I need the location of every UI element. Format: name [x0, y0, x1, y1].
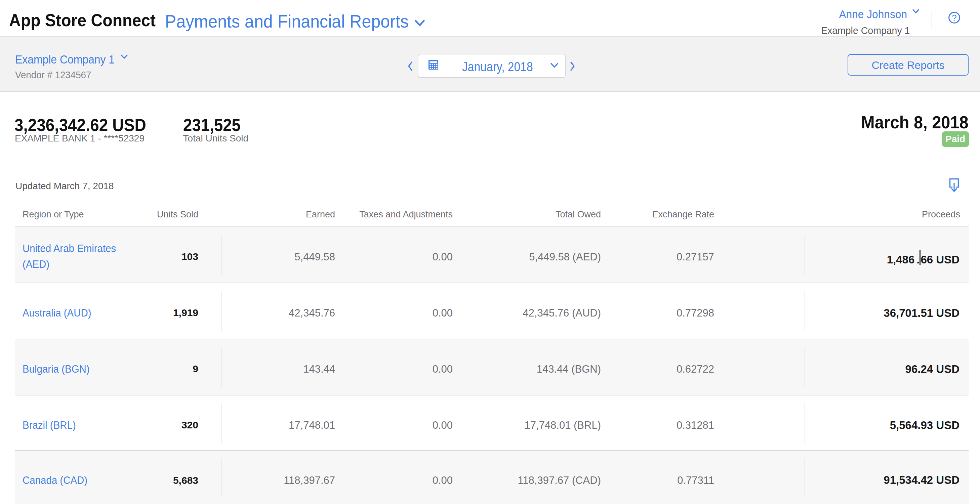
svg-text:?: ? [952, 13, 956, 22]
